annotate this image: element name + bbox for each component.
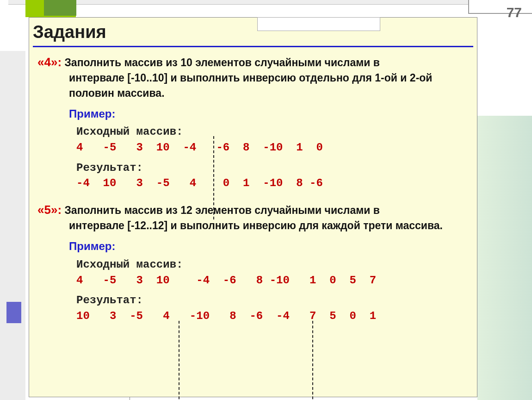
task-5-label: «5»: — [37, 203, 62, 217]
task-5-res-label: Результат: — [76, 293, 470, 308]
task-5: «5»: Заполнить массив из 12 элементов сл… — [37, 201, 470, 324]
deco-left-column — [0, 51, 25, 400]
task-4-res-label: Результат: — [76, 160, 470, 176]
task-5-separator-1 — [179, 321, 179, 400]
task-5-text-2: интервале [-12..12] и выполнить инверсию… — [69, 218, 470, 233]
deco-right-gradient — [477, 116, 532, 400]
task-4-res-row: -4 10 3 -5 4 0 1 -10 8 -6 — [76, 175, 470, 191]
task-5-src-row: 4 -5 3 10 -4 -6 8 -10 1 0 5 7 — [76, 273, 470, 288]
task-4-text-1: Заполнить массив из 10 элементов случайн… — [64, 56, 379, 69]
deco-right-corner — [468, 0, 532, 14]
task-4: «4»: Заполнить массив из 10 элементов сл… — [37, 54, 470, 191]
task-4-example-label: Пример: — [69, 106, 470, 122]
task-4-src-label: Исходный массив: — [76, 124, 470, 140]
task-5-example-label: Пример: — [69, 238, 470, 254]
deco-left-blue-block — [6, 302, 21, 323]
task-5-res-row: 10 3 -5 4 -10 8 -6 -4 7 5 0 1 — [76, 308, 470, 324]
deco-darkgreen-block — [44, 0, 76, 16]
slide-body: «4»: Заполнить массив из 10 элементов сл… — [29, 54, 477, 324]
task-5-src-label: Исходный массив: — [76, 257, 470, 273]
task-4-src-row: 4 -5 3 10 -4 -6 8 -10 1 0 — [76, 140, 470, 156]
deco-top-strip — [8, 0, 532, 5]
page-number: 77 — [507, 5, 522, 20]
task-4-text-2: интервале [-10..10] и выполнить инверсию… — [69, 70, 470, 100]
task-5-separator-2 — [312, 321, 313, 400]
task-4-label: «4»: — [37, 55, 62, 69]
title-underline — [33, 46, 473, 47]
deco-topbar-inset — [257, 17, 380, 31]
task-5-text-1: Заполнить массив из 12 элементов случайн… — [64, 204, 379, 216]
slide-title: Задания — [29, 18, 477, 43]
slide-panel: Задания «4»: Заполнить массив из 10 элем… — [29, 17, 477, 397]
task-4-separator — [213, 136, 214, 219]
